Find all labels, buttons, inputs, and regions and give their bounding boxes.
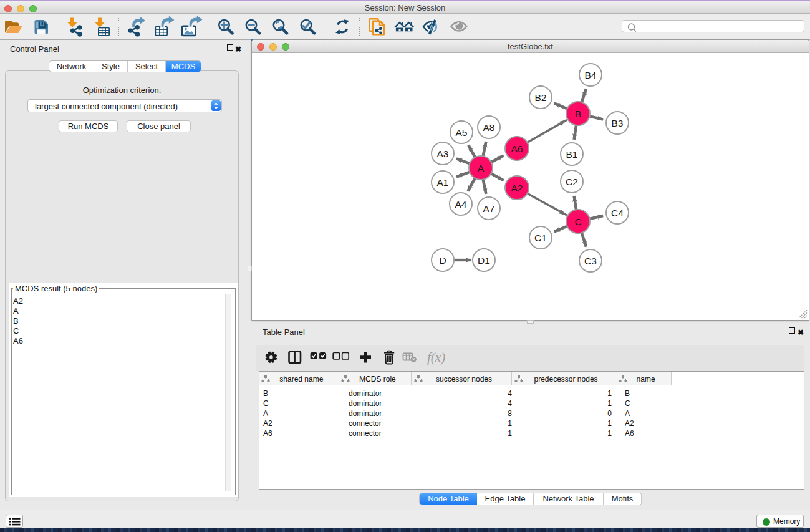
svg-text:B3: B3: [612, 118, 624, 128]
svg-text:B2: B2: [535, 92, 547, 103]
svg-text:D: D: [439, 255, 446, 266]
svg-text:B: B: [575, 109, 581, 119]
svg-text:A3: A3: [437, 148, 449, 159]
svg-text:C1: C1: [534, 233, 547, 243]
svg-text:A1: A1: [437, 177, 449, 188]
svg-text:B4: B4: [585, 70, 597, 80]
svg-text:A4: A4: [455, 199, 467, 210]
svg-text:C2: C2: [566, 177, 578, 187]
svg-text:D1: D1: [478, 255, 490, 266]
svg-text:A8: A8: [483, 122, 495, 133]
svg-text:A5: A5: [456, 127, 468, 138]
svg-text:C3: C3: [584, 256, 597, 266]
svg-text:A6: A6: [511, 143, 523, 154]
svg-text:f(x): f(x): [427, 350, 445, 365]
svg-text:A7: A7: [483, 203, 495, 214]
svg-text:C4: C4: [611, 208, 624, 218]
svg-text:A: A: [478, 163, 485, 173]
svg-text:C: C: [574, 216, 581, 227]
svg-text:B1: B1: [566, 149, 578, 160]
svg-text:A2: A2: [511, 183, 523, 193]
